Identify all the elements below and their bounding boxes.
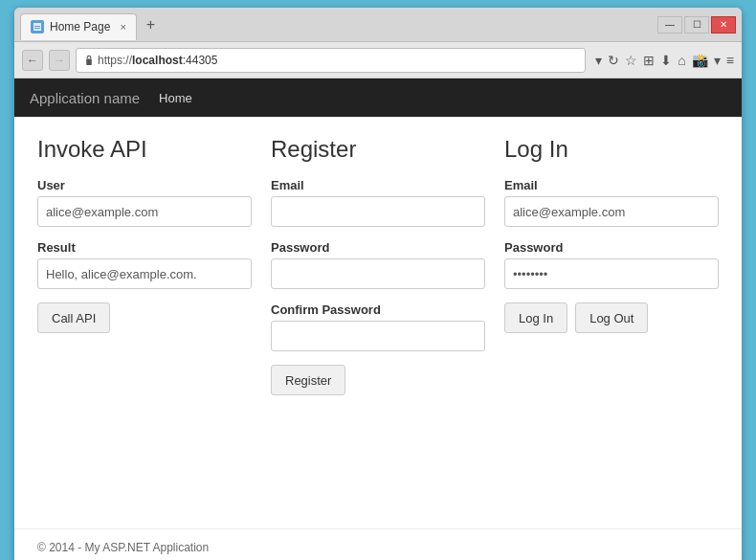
register-email-label: Email bbox=[271, 178, 485, 192]
camera-icon[interactable]: 📸 bbox=[692, 53, 708, 68]
confirm-password-group: Confirm Password bbox=[271, 302, 485, 351]
register-button[interactable]: Register bbox=[271, 365, 345, 395]
user-field-group: User bbox=[37, 178, 252, 227]
page-content: Invoke API User Result Hello, alice@exam… bbox=[14, 117, 742, 528]
url-host: localhost bbox=[132, 54, 183, 67]
browser-tab[interactable]: Home Page × bbox=[20, 13, 137, 40]
columns-layout: Invoke API User Result Hello, alice@exam… bbox=[37, 136, 719, 395]
url-port: :44305 bbox=[183, 54, 218, 67]
login-password-input[interactable] bbox=[504, 258, 719, 289]
home-icon[interactable]: ⌂ bbox=[678, 53, 685, 68]
close-button[interactable]: ✕ bbox=[711, 16, 736, 34]
tab-title: Home Page bbox=[50, 20, 110, 34]
login-email-group: Email bbox=[504, 178, 719, 227]
login-email-input[interactable] bbox=[504, 196, 719, 227]
confirm-password-label: Confirm Password bbox=[271, 302, 485, 317]
window-controls: — ☐ ✕ bbox=[657, 16, 736, 34]
footer-text: © 2014 - My ASP.NET Application bbox=[37, 541, 209, 554]
result-field-group: Result Hello, alice@example.com. bbox=[37, 240, 252, 289]
register-password-input[interactable] bbox=[271, 258, 485, 289]
confirm-password-input[interactable] bbox=[271, 321, 485, 351]
svg-rect-2 bbox=[34, 28, 40, 29]
login-button-row: Log In Log Out bbox=[504, 302, 719, 333]
hamburger-icon[interactable]: ≡ bbox=[726, 53, 734, 68]
register-email-input[interactable] bbox=[271, 196, 485, 227]
forward-button[interactable]: → bbox=[49, 50, 70, 71]
result-display: Hello, alice@example.com. bbox=[37, 258, 252, 289]
address-bar: ← → https://localhost:44305 ▾ ↻ ☆ ⊞ ⬇ ⌂ … bbox=[14, 42, 742, 78]
result-label: Result bbox=[37, 240, 252, 255]
invoke-api-title: Invoke API bbox=[37, 136, 252, 163]
reader-icon[interactable]: ⊞ bbox=[643, 53, 655, 68]
tab-favicon bbox=[31, 20, 44, 34]
download-icon[interactable]: ⬇ bbox=[660, 53, 672, 68]
minimize-button[interactable]: — bbox=[657, 16, 682, 34]
register-section: Register Email Password Confirm Password… bbox=[271, 136, 504, 395]
url-scheme: https:// bbox=[98, 54, 132, 67]
nav-link-home[interactable]: Home bbox=[159, 91, 192, 105]
page-footer: © 2014 - My ASP.NET Application bbox=[14, 528, 742, 560]
toolbar-icons: ▾ ↻ ☆ ⊞ ⬇ ⌂ 📸 ▾ ≡ bbox=[595, 53, 734, 68]
menu-dropdown-icon[interactable]: ▾ bbox=[714, 53, 721, 68]
url-text: https://localhost:44305 bbox=[98, 54, 217, 67]
nav-bar: Application name Home bbox=[14, 78, 742, 117]
refresh-icon[interactable]: ↻ bbox=[608, 53, 619, 68]
login-section: Log In Email Password Log In Log Out bbox=[504, 136, 719, 395]
register-title: Register bbox=[271, 136, 485, 163]
login-button[interactable]: Log In bbox=[504, 302, 567, 333]
register-email-group: Email bbox=[271, 178, 485, 227]
star-icon[interactable]: ☆ bbox=[625, 53, 637, 68]
nav-brand: Application name bbox=[30, 90, 140, 106]
url-bar[interactable]: https://localhost:44305 bbox=[76, 48, 586, 73]
register-password-group: Password bbox=[271, 240, 485, 289]
browser-window: Home Page × + — ☐ ✕ ← → https://localhos… bbox=[14, 8, 742, 560]
logout-button[interactable]: Log Out bbox=[575, 302, 648, 333]
call-api-button[interactable]: Call API bbox=[37, 302, 110, 333]
login-password-label: Password bbox=[504, 240, 719, 255]
lock-icon bbox=[84, 55, 94, 66]
maximize-button[interactable]: ☐ bbox=[684, 16, 709, 34]
login-password-group: Password bbox=[504, 240, 719, 289]
user-label: User bbox=[37, 178, 252, 192]
login-title: Log In bbox=[504, 136, 719, 163]
svg-rect-1 bbox=[34, 26, 40, 27]
user-input[interactable] bbox=[37, 196, 252, 227]
title-bar: Home Page × + — ☐ ✕ bbox=[14, 8, 742, 42]
dropdown-icon[interactable]: ▾ bbox=[595, 53, 602, 68]
svg-rect-3 bbox=[86, 58, 92, 64]
tab-close-button[interactable]: × bbox=[120, 21, 125, 33]
back-button[interactable]: ← bbox=[22, 50, 43, 71]
login-email-label: Email bbox=[504, 178, 719, 192]
new-tab-button[interactable]: + bbox=[141, 14, 161, 35]
invoke-api-section: Invoke API User Result Hello, alice@exam… bbox=[37, 136, 271, 395]
register-password-label: Password bbox=[271, 240, 485, 255]
